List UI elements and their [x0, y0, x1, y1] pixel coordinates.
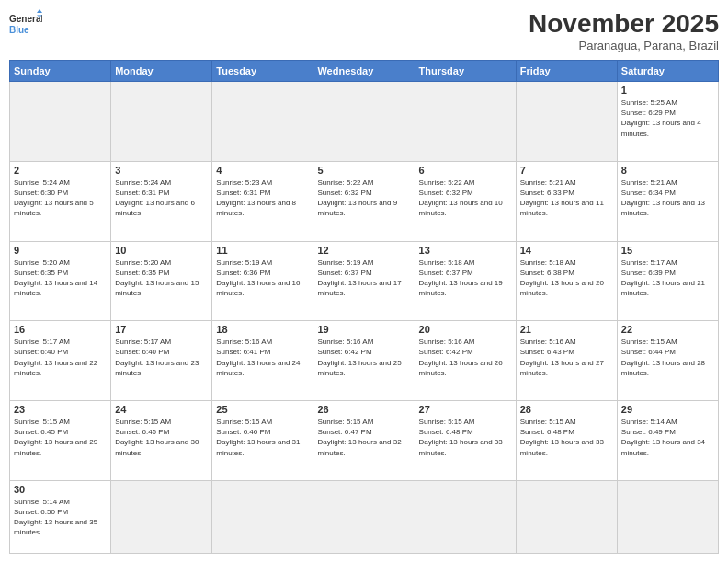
col-saturday: Saturday [617, 61, 718, 82]
empty-cell [415, 82, 516, 162]
page: GeneralBlue November 2025 Paranagua, Par… [0, 0, 728, 563]
day-11: 11 Sunrise: 5:19 AMSunset: 6:36 PMDaylig… [212, 241, 313, 321]
day-9: 9 Sunrise: 5:20 AMSunset: 6:35 PMDayligh… [10, 241, 111, 321]
week-row-6: 30 Sunrise: 5:14 AMSunset: 6:50 PMDaylig… [10, 480, 719, 553]
day-20: 20 Sunrise: 5:16 AMSunset: 6:42 PMDaylig… [415, 321, 516, 401]
week-row-3: 9 Sunrise: 5:20 AMSunset: 6:35 PMDayligh… [10, 241, 719, 321]
col-monday: Monday [111, 61, 212, 82]
empty-cell [516, 82, 617, 162]
day-25: 25 Sunrise: 5:15 AMSunset: 6:46 PMDaylig… [212, 401, 313, 481]
day-19: 19 Sunrise: 5:16 AMSunset: 6:42 PMDaylig… [313, 321, 415, 401]
svg-marker-2 [37, 9, 42, 13]
week-row-5: 23 Sunrise: 5:15 AMSunset: 6:45 PMDaylig… [10, 401, 719, 481]
month-title: November 2025 [529, 9, 719, 39]
week-row-2: 2 Sunrise: 5:24 AMSunset: 6:30 PMDayligh… [10, 161, 719, 241]
week-row-1: 1 Sunrise: 5:25 AM Sunset: 6:29 PM Dayli… [10, 82, 719, 162]
title-block: November 2025 Paranagua, Parana, Brazil [529, 9, 719, 52]
empty-cell [415, 480, 516, 553]
empty-cell [617, 480, 718, 553]
empty-cell [212, 82, 313, 162]
empty-cell [111, 82, 212, 162]
day-15: 15 Sunrise: 5:17 AMSunset: 6:39 PMDaylig… [617, 241, 718, 321]
col-tuesday: Tuesday [212, 61, 313, 82]
col-sunday: Sunday [10, 61, 111, 82]
day-29: 29 Sunrise: 5:14 AMSunset: 6:49 PMDaylig… [617, 401, 718, 481]
calendar-table: Sunday Monday Tuesday Wednesday Thursday… [9, 60, 719, 554]
col-wednesday: Wednesday [313, 61, 415, 82]
day-13: 13 Sunrise: 5:18 AMSunset: 6:37 PMDaylig… [415, 241, 516, 321]
empty-cell [313, 82, 415, 162]
day-24: 24 Sunrise: 5:15 AMSunset: 6:45 PMDaylig… [111, 401, 212, 481]
empty-cell [212, 480, 313, 553]
empty-cell [313, 480, 415, 553]
day-28: 28 Sunrise: 5:15 AMSunset: 6:48 PMDaylig… [516, 401, 617, 481]
day-18: 18 Sunrise: 5:16 AMSunset: 6:41 PMDaylig… [212, 321, 313, 401]
empty-cell [111, 480, 212, 553]
logo-icon: GeneralBlue [9, 9, 42, 42]
day-1: 1 Sunrise: 5:25 AM Sunset: 6:29 PM Dayli… [617, 82, 718, 162]
header: GeneralBlue November 2025 Paranagua, Par… [9, 9, 719, 52]
day-10: 10 Sunrise: 5:20 AMSunset: 6:35 PMDaylig… [111, 241, 212, 321]
day-21: 21 Sunrise: 5:16 AMSunset: 6:43 PMDaylig… [516, 321, 617, 401]
day-22: 22 Sunrise: 5:15 AMSunset: 6:44 PMDaylig… [617, 321, 718, 401]
day-8: 8 Sunrise: 5:21 AMSunset: 6:34 PMDayligh… [617, 161, 718, 241]
day-16: 16 Sunrise: 5:17 AMSunset: 6:40 PMDaylig… [10, 321, 111, 401]
day-27: 27 Sunrise: 5:15 AMSunset: 6:48 PMDaylig… [415, 401, 516, 481]
day-14: 14 Sunrise: 5:18 AMSunset: 6:38 PMDaylig… [516, 241, 617, 321]
day-12: 12 Sunrise: 5:19 AMSunset: 6:37 PMDaylig… [313, 241, 415, 321]
day-30: 30 Sunrise: 5:14 AMSunset: 6:50 PMDaylig… [10, 480, 111, 553]
weekday-header-row: Sunday Monday Tuesday Wednesday Thursday… [10, 61, 719, 82]
week-row-4: 16 Sunrise: 5:17 AMSunset: 6:40 PMDaylig… [10, 321, 719, 401]
day-17: 17 Sunrise: 5:17 AMSunset: 6:40 PMDaylig… [111, 321, 212, 401]
logo: GeneralBlue [9, 9, 42, 42]
day-5: 5 Sunrise: 5:22 AMSunset: 6:32 PMDayligh… [313, 161, 415, 241]
subtitle: Paranagua, Parana, Brazil [529, 39, 719, 52]
svg-text:Blue: Blue [9, 25, 29, 35]
day-26: 26 Sunrise: 5:15 AMSunset: 6:47 PMDaylig… [313, 401, 415, 481]
day-2: 2 Sunrise: 5:24 AMSunset: 6:30 PMDayligh… [10, 161, 111, 241]
empty-cell [10, 82, 111, 162]
day-23: 23 Sunrise: 5:15 AMSunset: 6:45 PMDaylig… [10, 401, 111, 481]
day-4: 4 Sunrise: 5:23 AMSunset: 6:31 PMDayligh… [212, 161, 313, 241]
col-friday: Friday [516, 61, 617, 82]
day-6: 6 Sunrise: 5:22 AMSunset: 6:32 PMDayligh… [415, 161, 516, 241]
empty-cell [516, 480, 617, 553]
col-thursday: Thursday [415, 61, 516, 82]
day-3: 3 Sunrise: 5:24 AMSunset: 6:31 PMDayligh… [111, 161, 212, 241]
day-7: 7 Sunrise: 5:21 AMSunset: 6:33 PMDayligh… [516, 161, 617, 241]
